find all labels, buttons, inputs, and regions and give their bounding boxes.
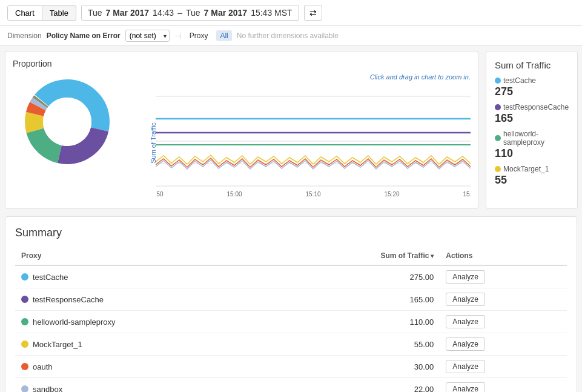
- traffic-value: 165.00: [279, 288, 440, 311]
- legend-color-dot: [495, 78, 501, 84]
- date2: 7 Mar 2017: [204, 8, 248, 18]
- chart-wrapper: Sum of Traffic 7.5 5 2.5: [156, 84, 471, 201]
- proxy-name: sandbox: [33, 385, 62, 393]
- proportion-title: Proportion: [13, 59, 471, 68]
- day1: Tue: [88, 8, 102, 18]
- proxy-cell: testCache: [15, 265, 279, 288]
- actions-cell: Analyze: [440, 311, 567, 333]
- svg-text:15:00: 15:00: [227, 191, 242, 198]
- legend-item: testResponseCache 165: [495, 103, 569, 125]
- dash: –: [177, 8, 182, 18]
- refresh-button[interactable]: ⇄: [304, 5, 322, 21]
- actions-cell: Analyze: [440, 333, 567, 356]
- proxy-cell: helloworld-sampleproxy: [15, 311, 279, 333]
- legend-item: helloworld-sampleproxy 110: [495, 130, 569, 160]
- actions-column-header: Actions: [440, 247, 567, 265]
- legend-items: testCache 275 testResponseCache 165 hell…: [495, 76, 569, 187]
- row-color-dot: [21, 296, 28, 303]
- charts-row: Click and drag in chart to zoom in. Sum …: [13, 73, 471, 201]
- filter-bar: Dimension Policy Name on Error (not set)…: [0, 26, 582, 46]
- analyze-button[interactable]: Analyze: [446, 315, 485, 328]
- table-tab[interactable]: Table: [42, 5, 76, 21]
- legend-item-name: MockTarget_1: [495, 165, 569, 173]
- table-row: testCache 275.00 Analyze: [15, 265, 567, 288]
- summary-title: Summary: [15, 227, 567, 239]
- analyze-button[interactable]: Analyze: [446, 360, 485, 373]
- analyze-button[interactable]: Analyze: [446, 337, 485, 351]
- legend-title: Sum of Traffic: [495, 60, 569, 70]
- not-set-select[interactable]: (not set): [125, 30, 170, 42]
- table-row: testResponseCache 165.00 Analyze: [15, 288, 567, 311]
- svg-text:15:20: 15:20: [384, 191, 399, 198]
- date-range: Tue 7 Mar 2017 14:43 – Tue 7 Mar 2017 15…: [81, 5, 299, 21]
- proxy-name: testResponseCache: [33, 295, 104, 304]
- traffic-value: 55.00: [279, 333, 440, 356]
- svg-text:15:10: 15:10: [305, 191, 320, 198]
- analyze-button[interactable]: Analyze: [446, 270, 485, 284]
- legend-item-name: testResponseCache: [495, 103, 569, 111]
- actions-cell: Analyze: [440, 288, 567, 311]
- legend-item-value: 110: [495, 147, 569, 160]
- chart-tab[interactable]: Chart: [7, 5, 42, 21]
- legend-item: testCache 275: [495, 76, 569, 98]
- time1: 14:43: [153, 8, 174, 18]
- filter-separator: ⊣: [174, 32, 181, 41]
- table-row: oauth 30.00 Analyze: [15, 356, 567, 378]
- all-filter[interactable]: All: [216, 30, 231, 41]
- donut-chart: [13, 73, 122, 170]
- analyze-button[interactable]: Analyze: [446, 382, 485, 392]
- table-row: MockTarget_1 55.00 Analyze: [15, 333, 567, 356]
- proxy-filter[interactable]: Proxy: [186, 30, 212, 41]
- row-color-dot: [21, 341, 28, 348]
- time2: 15:43 MST: [251, 8, 292, 18]
- proxy-column-header: Proxy: [15, 247, 279, 265]
- summary-table-body: testCache 275.00 Analyze testResponseCac…: [15, 265, 567, 392]
- legend-color-dot: [495, 166, 501, 172]
- actions-cell: Analyze: [440, 265, 567, 288]
- legend-item: MockTarget_1 55: [495, 165, 569, 187]
- legend-color-dot: [495, 104, 501, 110]
- proxy-name: oauth: [33, 362, 53, 371]
- zoom-hint: Click and drag in chart to zoom in.: [370, 73, 471, 81]
- svg-point-7: [43, 98, 91, 146]
- proxy-name: helloworld-sampleproxy: [33, 317, 116, 327]
- analyze-button[interactable]: Analyze: [446, 293, 485, 306]
- line-chart-svg: 7.5 5 2.5 0 -2.5: [156, 84, 471, 199]
- line-chart: Click and drag in chart to zoom in. Sum …: [131, 73, 471, 201]
- view-toggle: Chart Table: [7, 5, 76, 21]
- legend-item-value: 165: [495, 112, 569, 125]
- day2: Tue: [186, 8, 200, 18]
- legend-item-value: 55: [495, 174, 569, 187]
- legend-panel: Sum of Traffic testCache 275 testRespons…: [486, 51, 578, 209]
- y-axis-label: Sum of Traffic: [150, 122, 157, 164]
- proportion-section: Proportion: [5, 51, 478, 209]
- traffic-value: 110.00: [279, 311, 440, 333]
- row-color-dot: [21, 273, 28, 281]
- legend-item-value: 275: [495, 85, 569, 98]
- dimension-label: Dimension: [7, 32, 42, 40]
- proxy-cell: sandbox: [15, 378, 279, 393]
- traffic-value: 22.00: [279, 378, 440, 393]
- proxy-cell: oauth: [15, 356, 279, 378]
- table-header-row: Proxy Sum of Traffic Actions: [15, 247, 567, 265]
- proxy-name: MockTarget_1: [33, 340, 82, 349]
- no-dimensions-label: No further dimensions available: [237, 32, 339, 40]
- actions-cell: Analyze: [440, 378, 567, 393]
- svg-text:14:50: 14:50: [156, 191, 164, 198]
- not-set-select-wrapper: (not set): [125, 30, 170, 42]
- legend-item-name: testCache: [495, 76, 569, 85]
- summary-table: Proxy Sum of Traffic Actions testCache 2…: [15, 247, 567, 392]
- main-content: Proportion: [0, 46, 582, 392]
- actions-cell: Analyze: [440, 356, 567, 378]
- row-color-dot: [21, 363, 28, 370]
- charts-area: Proportion: [5, 51, 577, 209]
- row-color-dot: [21, 318, 28, 325]
- traffic-value: 30.00: [279, 356, 440, 378]
- traffic-column-header[interactable]: Sum of Traffic: [279, 247, 440, 265]
- proxy-cell: testResponseCache: [15, 288, 279, 311]
- summary-section: Summary Proxy Sum of Traffic Actions tes…: [5, 216, 577, 392]
- table-row: helloworld-sampleproxy 110.00 Analyze: [15, 311, 567, 333]
- proxy-cell: MockTarget_1: [15, 333, 279, 356]
- legend-item-name: helloworld-sampleproxy: [495, 130, 569, 147]
- traffic-value: 275.00: [279, 265, 440, 288]
